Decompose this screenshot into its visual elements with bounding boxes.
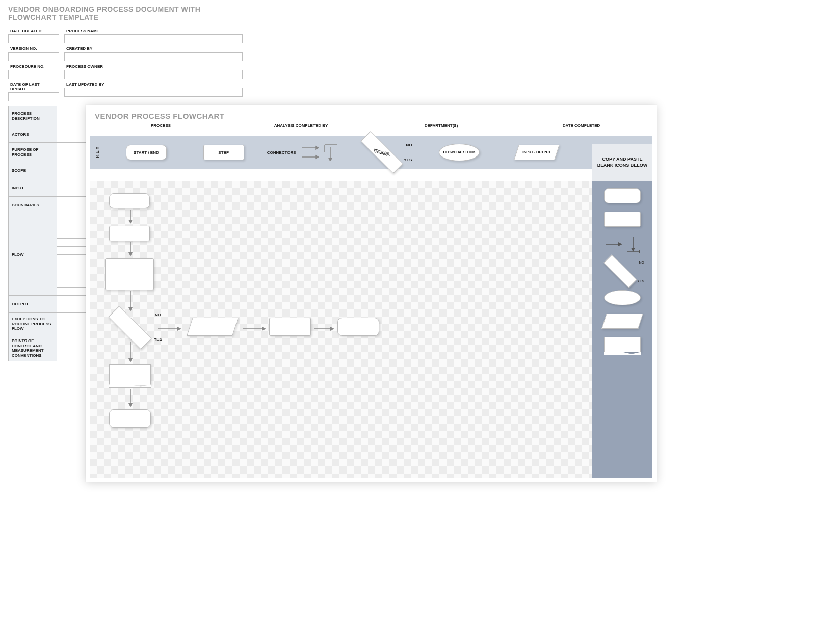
panel-title: VENDOR PROCESS FLOWCHART: [86, 104, 657, 123]
input-procedure-no[interactable]: [8, 70, 59, 79]
svg-marker-17: [128, 252, 133, 256]
label-process-name: PROCESS NAME: [64, 28, 243, 34]
svg-marker-15: [128, 220, 133, 224]
arrow-right-icon: [158, 326, 181, 332]
label-last-updated-by: LAST UPDATED BY: [64, 81, 243, 88]
flow-io[interactable]: [187, 318, 239, 336]
pm-analysis: ANALYSIS COMPLETED BY: [231, 123, 371, 128]
input-process-name[interactable]: [64, 34, 243, 43]
label-procedure-no: PROCEDURE NO.: [8, 63, 59, 70]
arrow-down-icon: [127, 291, 134, 311]
svg-marker-1: [316, 146, 319, 149]
input-date-created[interactable]: [8, 34, 59, 43]
doc-title: VENDOR ONBOARDING PROCESS DOCUMENT WITH …: [8, 5, 243, 21]
palette-connectors[interactable]: [602, 235, 643, 253]
input-created-by[interactable]: [64, 52, 243, 61]
section-actors: ACTORS: [9, 126, 57, 143]
section-output: OUTPUT: [9, 296, 57, 313]
section-purpose: PURPOSE OF PROCESS: [9, 143, 57, 162]
key-legend: KEY START / END STEP CONNECTORS NO DECIS…: [90, 136, 652, 169]
input-last-updated-by[interactable]: [64, 88, 243, 97]
label-process-owner: PROCESS OWNER: [64, 63, 243, 70]
section-process-desc: PROCESS DESCRIPTION: [9, 106, 57, 126]
section-exceptions: EXCEPTIONS TO ROUTINE PROCESS FLOW: [9, 313, 57, 335]
key-dec-yes: YES: [404, 158, 412, 162]
svg-marker-3: [316, 155, 319, 159]
key-link-shape: FLOWCHART LINK: [439, 144, 480, 161]
flow-canvas[interactable]: NO YES: [90, 181, 592, 478]
palette-terminator[interactable]: [604, 188, 641, 203]
flow-process-1[interactable]: [109, 226, 150, 241]
palette-dec-yes: YES: [637, 279, 644, 283]
palette-sidebar: NO YES: [592, 181, 652, 478]
key-dec-no: NO: [406, 143, 412, 147]
flowchart-panel: VENDOR PROCESS FLOWCHART PROCESS ANALYSI…: [86, 104, 657, 482]
palette-document[interactable]: [604, 337, 641, 352]
svg-marker-19: [128, 307, 133, 311]
flow-dec-no: NO: [155, 312, 161, 317]
input-process-owner[interactable]: [64, 70, 243, 79]
input-version-no[interactable]: [8, 52, 59, 61]
pm-dept: DEPARTMENT(S): [371, 123, 511, 128]
key-connectors-label: CONNECTORS: [267, 150, 296, 155]
arrow-down-icon: [127, 389, 134, 407]
arrow-right-icon: [243, 326, 266, 332]
svg-marker-23: [262, 327, 266, 331]
key-step-shape: STEP: [203, 145, 244, 160]
section-points: POINTS OF CONTROL AND MEASUREMENT CONVEN…: [9, 335, 57, 361]
section-scope: SCOPE: [9, 162, 57, 179]
key-connectors-icons: [301, 144, 339, 161]
key-decision-shape: DECISION: [361, 131, 403, 173]
svg-marker-11: [631, 248, 635, 252]
arrow-right-icon: [314, 326, 334, 332]
svg-marker-13: [639, 250, 640, 253]
section-flow: FLOW: [9, 214, 57, 296]
flow-process-3[interactable]: [269, 318, 311, 336]
palette-process[interactable]: [604, 212, 641, 227]
key-io-shape: INPUT / OUTPUT: [514, 145, 560, 160]
panel-meta-row: PROCESS ANALYSIS COMPLETED BY DEPARTMENT…: [86, 123, 657, 133]
arrow-down-icon: [127, 342, 134, 362]
svg-marker-25: [330, 327, 334, 331]
label-date-created: DATE CREATED: [8, 28, 59, 34]
input-last-update[interactable]: [8, 92, 59, 101]
svg-marker-27: [128, 358, 133, 362]
palette-header: COPY AND PASTE BLANK ICONS BELOW: [592, 144, 652, 181]
svg-marker-9: [618, 242, 622, 246]
label-last-update: DATE OF LAST UPDATE: [8, 81, 59, 92]
palette-decision[interactable]: [603, 254, 637, 288]
flow-process-2[interactable]: [105, 258, 154, 290]
section-boundaries: BOUNDARIES: [9, 197, 57, 214]
flow-decision[interactable]: [107, 315, 153, 341]
flow-dec-yes: YES: [154, 337, 162, 342]
key-start-end-shape: START / END: [126, 145, 167, 160]
pm-process: PROCESS: [91, 123, 231, 128]
flow-terminator-3[interactable]: [109, 409, 151, 428]
flow-terminator-2[interactable]: [337, 318, 379, 336]
arrow-down-icon: [127, 242, 134, 256]
palette-ellipse[interactable]: [604, 290, 641, 305]
svg-marker-29: [128, 403, 133, 407]
svg-marker-7: [329, 158, 332, 161]
arrow-down-icon: [127, 210, 134, 224]
flow-document[interactable]: [109, 364, 151, 385]
label-created-by: CREATED BY: [64, 45, 243, 52]
section-input: INPUT: [9, 179, 57, 197]
palette-parallelogram[interactable]: [601, 314, 643, 329]
key-label: KEY: [95, 147, 100, 158]
palette-dec-no: NO: [639, 260, 645, 264]
label-version-no: VERSION NO.: [8, 45, 59, 52]
flow-terminator-1[interactable]: [109, 193, 150, 208]
svg-marker-21: [177, 327, 181, 331]
pm-date: DATE COMPLETED: [511, 123, 651, 128]
